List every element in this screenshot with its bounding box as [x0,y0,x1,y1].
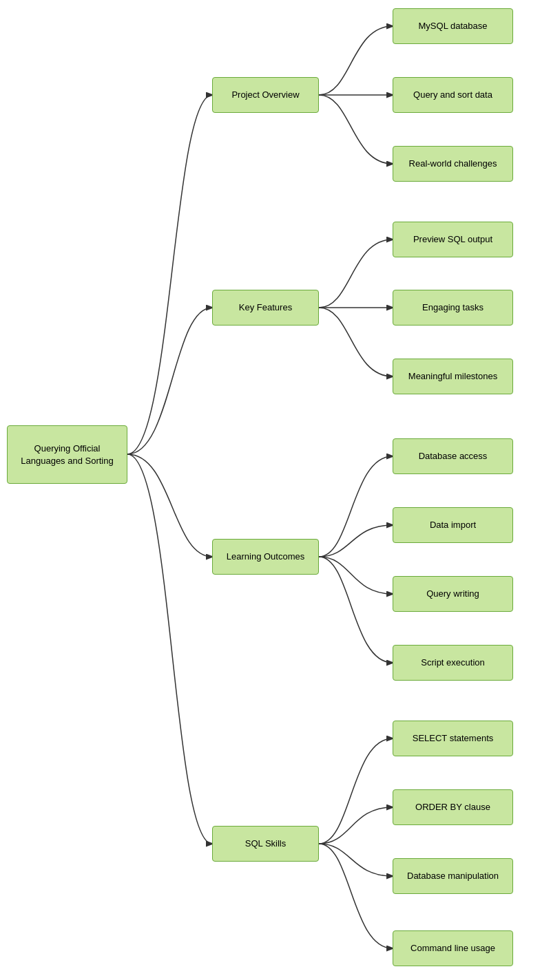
data-import-node: Data import [393,507,513,543]
query-writing-node: Query writing [393,576,513,612]
sql-skills-node: SQL Skills [212,826,319,862]
key-features-node: Key Features [212,290,319,326]
cmd-line-node: Command line usage [393,930,513,966]
realworld-node: Real-world challenges [393,146,513,182]
root-node: Querying Official Languages and Sorting [7,425,127,484]
db-access-node: Database access [393,438,513,474]
mysql-db-node: MySQL database [393,8,513,44]
milestones-node: Meaningful milestones [393,359,513,394]
db-manip-node: Database manipulation [393,858,513,894]
query-sort-node: Query and sort data [393,77,513,113]
preview-sql-node: Preview SQL output [393,222,513,257]
learning-outcomes-node: Learning Outcomes [212,539,319,575]
project-overview-node: Project Overview [212,77,319,113]
script-exec-node: Script execution [393,645,513,681]
engaging-tasks-node: Engaging tasks [393,290,513,326]
select-stmt-node: SELECT statements [393,721,513,756]
order-by-node: ORDER BY clause [393,789,513,825]
